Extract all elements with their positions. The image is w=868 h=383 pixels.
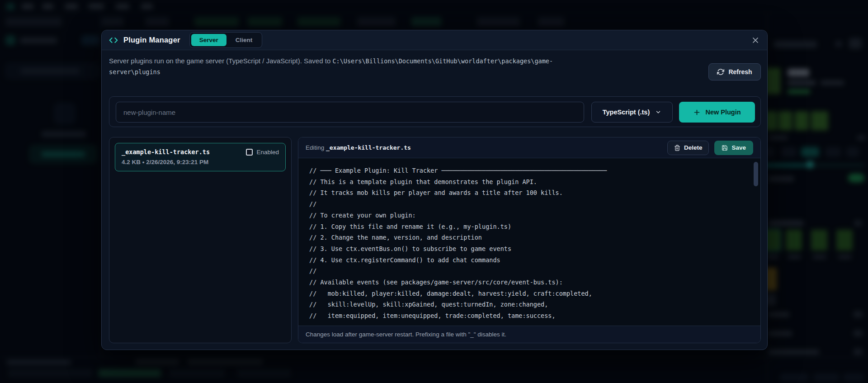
create-plugin-row: TypeScript (.ts) New Plugin bbox=[109, 96, 761, 127]
editing-filename: _example-kill-tracker.ts bbox=[326, 144, 411, 151]
application-window: Plugin Manager Server Client Server plug… bbox=[0, 0, 868, 383]
code-line: // 3. Use ctx.eventBus.on() to subscribe… bbox=[309, 243, 750, 255]
new-plugin-button[interactable]: New Plugin bbox=[679, 102, 755, 123]
refresh-icon bbox=[717, 68, 724, 76]
plus-icon bbox=[693, 109, 701, 116]
code-line: // 2. Change the name, version, and desc… bbox=[309, 232, 750, 243]
server-client-tabs: Server Client bbox=[189, 32, 263, 48]
plugin-list-panel: _example-kill-tracker.ts Enabled 4.2 KB … bbox=[109, 137, 292, 343]
editor-footer-note: Changes load after game-server restart. … bbox=[298, 326, 760, 343]
code-line: // bbox=[309, 265, 750, 277]
plugin-list-item[interactable]: _example-kill-tracker.ts Enabled 4.2 KB … bbox=[115, 143, 286, 171]
language-select[interactable]: TypeScript (.ts) bbox=[591, 102, 673, 123]
enabled-checkbox[interactable] bbox=[246, 149, 253, 156]
modal-header: Plugin Manager Server Client bbox=[102, 30, 767, 50]
code-line: // 1. Copy this file and rename it (e.g.… bbox=[309, 221, 750, 232]
code-line: // This is a template plugin that demons… bbox=[309, 176, 750, 188]
code-line: // skill:levelUp, skill:xpGained, quest:… bbox=[309, 299, 750, 310]
code-line: // mob:killed, player:killed, damage:dea… bbox=[309, 288, 750, 299]
refresh-button[interactable]: Refresh bbox=[708, 63, 761, 80]
code-line: // It tracks mob kills per player and aw… bbox=[309, 187, 750, 199]
save-icon bbox=[722, 145, 728, 151]
code-line: // 4. Use ctx.registerCommand() to add c… bbox=[309, 255, 750, 266]
plugin-meta: 4.2 KB • 2/26/2026, 9:23:21 PM bbox=[122, 159, 279, 165]
code-line: // ─── Example Plugin: Kill Tracker ────… bbox=[309, 165, 750, 176]
modal-title: Plugin Manager bbox=[123, 36, 180, 44]
editor-scrollbar[interactable] bbox=[754, 162, 758, 186]
code-line: // bbox=[309, 199, 750, 210]
delete-button[interactable]: Delete bbox=[667, 141, 709, 155]
plugin-manager-modal: Plugin Manager Server Client Server plug… bbox=[101, 30, 768, 350]
code-line: // To create your own plugin: bbox=[309, 210, 750, 221]
close-icon[interactable] bbox=[751, 36, 760, 45]
plugin-description: Server plugins run on the game server (T… bbox=[109, 56, 579, 77]
description-text: Server plugins run on the game server (T… bbox=[109, 57, 332, 65]
tab-server[interactable]: Server bbox=[191, 34, 226, 46]
chevron-down-icon bbox=[655, 109, 661, 115]
plugin-editor-panel: Editing _example-kill-tracker.ts Delete … bbox=[298, 137, 761, 343]
editing-label: Editing _example-kill-tracker.ts bbox=[306, 144, 411, 151]
code-line: // item:equipped, item:unequipped, trade… bbox=[309, 310, 750, 322]
enabled-toggle[interactable]: Enabled bbox=[246, 149, 279, 156]
tab-client[interactable]: Client bbox=[227, 34, 261, 46]
code-editor[interactable]: // ─── Example Plugin: Kill Tracker ────… bbox=[298, 158, 760, 326]
code-line: // Available events (see packages/game-s… bbox=[309, 277, 750, 288]
trash-icon bbox=[674, 145, 680, 151]
new-plugin-name-input[interactable] bbox=[116, 102, 584, 123]
editor-header: Editing _example-kill-tracker.ts Delete … bbox=[298, 137, 760, 158]
save-button[interactable]: Save bbox=[714, 141, 753, 155]
plugin-filename: _example-kill-tracker.ts bbox=[122, 148, 210, 156]
code-brackets-icon bbox=[109, 36, 118, 45]
